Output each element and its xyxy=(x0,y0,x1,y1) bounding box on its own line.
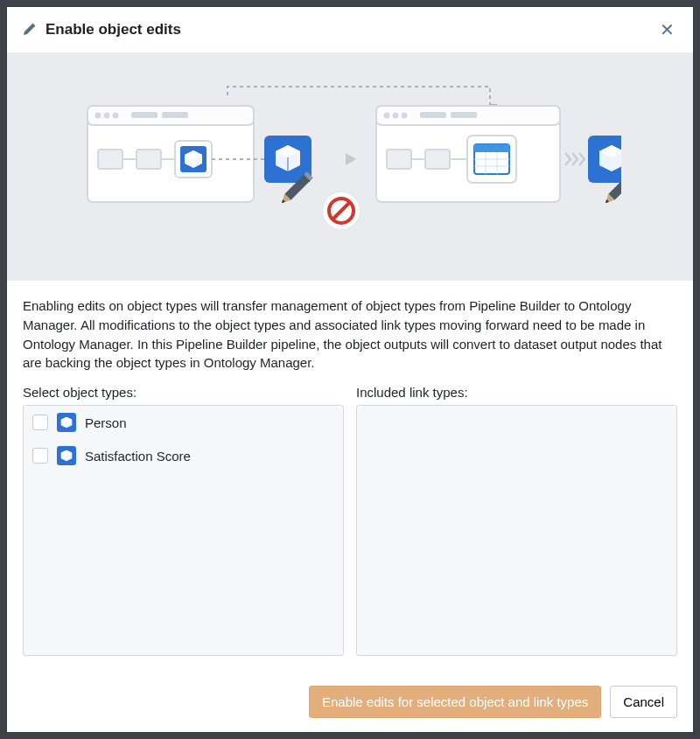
svg-point-27 xyxy=(393,113,399,119)
cube-icon xyxy=(57,446,76,465)
svg-point-28 xyxy=(402,113,408,119)
svg-point-3 xyxy=(104,113,110,119)
cube-icon xyxy=(57,413,76,432)
close-icon: ✕ xyxy=(660,20,675,39)
object-type-row[interactable]: Satisfaction Score xyxy=(24,439,343,472)
svg-point-26 xyxy=(384,113,390,119)
svg-rect-9 xyxy=(136,150,161,169)
included-link-types-label: Included link types: xyxy=(356,385,677,400)
dialog-header: Enable object edits ✕ xyxy=(7,7,693,53)
svg-rect-33 xyxy=(425,150,450,169)
svg-point-2 xyxy=(95,113,102,119)
svg-rect-30 xyxy=(451,112,477,118)
enable-edits-button[interactable]: Enable edits for selected object and lin… xyxy=(309,686,601,718)
dialog-title: Enable object edits xyxy=(46,21,656,38)
svg-rect-7 xyxy=(98,150,122,169)
object-type-label: Satisfaction Score xyxy=(85,449,191,464)
dialog-body: Enabling edits on object types will tran… xyxy=(7,281,693,672)
svg-rect-5 xyxy=(131,112,158,118)
enable-object-edits-dialog: Enable object edits ✕ xyxy=(7,7,693,732)
svg-rect-37 xyxy=(474,144,509,152)
svg-rect-29 xyxy=(420,112,446,118)
object-type-checkbox[interactable] xyxy=(32,448,48,464)
svg-rect-6 xyxy=(162,112,188,118)
svg-point-4 xyxy=(113,113,119,119)
edit-icon xyxy=(23,22,37,38)
select-object-types-label: Select object types: xyxy=(23,385,344,400)
object-type-checkbox[interactable] xyxy=(32,415,48,430)
select-object-types-column: Select object types: Person xyxy=(23,385,344,656)
columns: Select object types: Person xyxy=(23,385,677,656)
svg-marker-22 xyxy=(346,153,356,165)
object-types-panel: Person Satisfaction Score xyxy=(23,405,344,656)
close-button[interactable]: ✕ xyxy=(656,19,677,40)
object-type-label: Person xyxy=(85,415,127,430)
illustration-area xyxy=(7,53,693,281)
dialog-footer: Enable edits for selected object and lin… xyxy=(7,672,693,732)
svg-rect-31 xyxy=(387,150,411,169)
link-types-panel xyxy=(356,405,677,656)
object-type-row[interactable]: Person xyxy=(24,406,343,439)
cancel-button[interactable]: Cancel xyxy=(610,686,677,718)
description-text: Enabling edits on object types will tran… xyxy=(23,296,677,373)
included-link-types-column: Included link types: xyxy=(356,385,677,656)
transition-illustration xyxy=(79,80,621,254)
